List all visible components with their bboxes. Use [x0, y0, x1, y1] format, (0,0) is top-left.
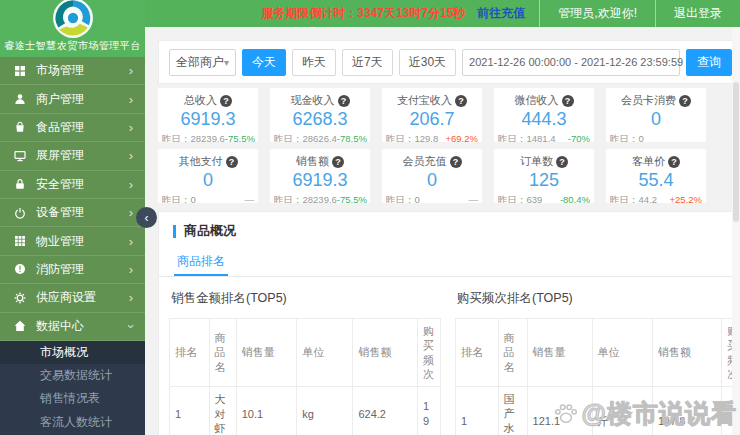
- sidebar-item-property[interactable]: 物业管理: [0, 227, 145, 255]
- stat-card-wechat-income: 微信收入 444.3 昨日：1481.4-70%: [494, 88, 594, 142]
- lock-icon: [14, 178, 26, 190]
- app-logo-icon: [52, 0, 94, 39]
- service-countdown: 服务期限倒计时：3347天13时7分15秒: [261, 5, 465, 22]
- sidebar-item-screen[interactable]: 展屏管理: [0, 142, 145, 170]
- chevron-right-icon: [129, 178, 133, 191]
- help-icon[interactable]: [562, 95, 574, 107]
- stat-card-other-payment: 其他支付 0 昨日：0—: [158, 149, 258, 203]
- stat-card-member-recharge: 会员充值 0 昨日：0—: [382, 149, 482, 203]
- help-icon[interactable]: [338, 95, 350, 107]
- stat-card-membercard-spend: 会员卡消费 0 昨日：0: [606, 88, 706, 142]
- sidebar-item-merchant[interactable]: 商户管理: [0, 85, 145, 113]
- table-header-row: 排名 商品名 销售量 单位 销售额 购买频次: [456, 319, 740, 387]
- help-icon[interactable]: [220, 95, 232, 107]
- help-icon[interactable]: [226, 156, 238, 168]
- scrollbar-thumb[interactable]: [733, 82, 739, 222]
- query-button[interactable]: 查询: [686, 49, 732, 76]
- sidebar-item-food[interactable]: 食品管理: [0, 114, 145, 142]
- screen-icon: [14, 150, 26, 162]
- sidebar: 睿途士智慧农贸市场管理平台 市场管理 商户管理 食品管理 展屏管理 安全管理 设…: [0, 0, 145, 435]
- date-range-input[interactable]: 2021-12-26 00:00:00 - 2021-12-26 23:59:5…: [462, 49, 680, 76]
- logout-button[interactable]: 退出登录: [656, 0, 740, 27]
- bag-icon: [14, 121, 26, 133]
- purchase-frequency-ranking-table: 排名 商品名 销售量 单位 销售额 购买频次 1 国产水果 121.1: [455, 318, 740, 435]
- recharge-link[interactable]: 前往充值: [477, 5, 525, 22]
- chevron-right-icon: [129, 149, 133, 162]
- power-icon: [14, 207, 26, 219]
- sidebar-subitem-transaction-stats[interactable]: 交易数据统计: [0, 364, 145, 387]
- sidebar-item-fire[interactable]: 消防管理: [0, 256, 145, 284]
- panel-title: 购买频次排名(TOP5): [457, 290, 740, 307]
- stat-card-sales-amount: 销售额 6919.3 昨日：28239.6-75.5%: [270, 149, 370, 203]
- brand: 睿途士智慧农贸市场管理平台: [0, 0, 145, 57]
- sidebar-subitem-sales-report[interactable]: 销售情况表: [0, 387, 145, 410]
- stat-card-cash-income: 现金收入 6268.3 昨日：28626.4-78.5%: [270, 88, 370, 142]
- stat-card-alipay-income: 支付宝收入 206.7 昨日：129.8+69.2%: [382, 88, 482, 142]
- table-row: 1 国产水果 121.1 斤 147.8 32: [456, 387, 740, 435]
- sidebar-subitem-visitor-stats[interactable]: 客流人数统计: [0, 410, 145, 433]
- range-7days-button[interactable]: 近7天: [342, 49, 393, 76]
- alert-circle-icon: [14, 263, 26, 275]
- section-header: 商品概况: [159, 212, 740, 248]
- help-icon[interactable]: [556, 156, 568, 168]
- chevron-right-icon: [129, 291, 133, 304]
- chevron-down-icon: [224, 57, 229, 68]
- stat-card-avg-order-value: 客单价 55.4 昨日：44.2+25.2%: [606, 149, 706, 203]
- sidebar-subitem-market-overview[interactable]: 市场概况: [0, 341, 145, 364]
- sidebar-nav: 市场管理 商户管理 食品管理 展屏管理 安全管理 设备管理 物业管理 消防管理: [0, 57, 145, 341]
- sidebar-item-datacenter[interactable]: 数据中心: [0, 313, 145, 341]
- main-content: 全部商户 今天 昨天 近7天 近30天 2021-12-26 00:00:00 …: [145, 27, 740, 435]
- tab-goods-ranking[interactable]: 商品排名: [174, 248, 228, 276]
- chevron-right-icon: [129, 235, 133, 248]
- sidebar-item-supplier[interactable]: 供应商设置: [0, 284, 145, 312]
- gear-icon: [14, 292, 26, 304]
- chevron-right-icon: [129, 93, 133, 106]
- help-icon[interactable]: [455, 95, 467, 107]
- section-accent-bar: [173, 225, 176, 238]
- help-icon[interactable]: [450, 156, 462, 168]
- welcome-text: 管理员,欢迎你!: [540, 0, 655, 27]
- stat-card-total-income: 总收入 6919.3 昨日：28239.6-75.5%: [158, 88, 258, 142]
- range-today-button[interactable]: 今天: [242, 49, 286, 76]
- grid-icon: [14, 65, 26, 77]
- sidebar-submenu: 市场概况 交易数据统计 销售情况表 客流人数统计: [0, 341, 145, 435]
- sales-amount-ranking-table: 排名 商品名 销售量 单位 销售额 购买频次 1 大对虾 10.1: [169, 318, 441, 435]
- filter-bar: 全部商户 今天 昨天 近7天 近30天 2021-12-26 00:00:00 …: [158, 40, 740, 84]
- chevron-down-icon: [124, 324, 137, 328]
- table-header-row: 排名 商品名 销售量 单位 销售额 购买频次: [170, 319, 441, 387]
- help-icon[interactable]: [679, 95, 691, 107]
- ranking-panels: 销售金额排名(TOP5) 排名 商品名 销售量 单位 销售额 购买频次: [159, 277, 740, 435]
- help-icon[interactable]: [668, 156, 680, 168]
- chevron-right-icon: [129, 263, 133, 276]
- range-30days-button[interactable]: 近30天: [399, 49, 456, 76]
- goods-tabs: 商品排名: [159, 248, 740, 277]
- section-title: 商品概况: [184, 222, 236, 240]
- table-row: 1 大对虾 10.1 kg 624.2 19: [170, 387, 441, 435]
- help-icon[interactable]: [332, 156, 344, 168]
- sidebar-collapse-toggle[interactable]: [136, 207, 157, 228]
- chevron-right-icon: [129, 121, 133, 134]
- sidebar-item-device[interactable]: 设备管理: [0, 199, 145, 227]
- stats-grid: 总收入 6919.3 昨日：28239.6-75.5% 现金收入 6268.3 …: [158, 88, 740, 203]
- panel-title: 销售金额排名(TOP5): [171, 290, 441, 307]
- sidebar-item-market[interactable]: 市场管理: [0, 57, 145, 85]
- brand-name: 睿途士智慧农贸市场管理平台: [0, 39, 145, 53]
- home-icon: [14, 320, 26, 332]
- grid-icon: [14, 235, 26, 247]
- stat-card-order-count: 订单数 125 昨日：639-80.4%: [494, 149, 594, 203]
- chevron-right-icon: [129, 64, 133, 77]
- sidebar-item-security[interactable]: 安全管理: [0, 171, 145, 199]
- goods-overview-section: 商品概况 商品排名 销售金额排名(TOP5) 排名 商品名 销售量 单位 销售额: [158, 211, 740, 435]
- sales-amount-ranking-panel: 销售金额排名(TOP5) 排名 商品名 销售量 单位 销售额 购买频次: [169, 290, 441, 435]
- merchant-select[interactable]: 全部商户: [169, 49, 236, 76]
- vertical-scrollbar[interactable]: [732, 27, 740, 435]
- user-icon: [14, 93, 26, 105]
- chevron-right-icon: [129, 206, 133, 219]
- purchase-frequency-ranking-panel: 购买频次排名(TOP5) 排名 商品名 销售量 单位 销售额 购买频次: [455, 290, 740, 435]
- range-yesterday-button[interactable]: 昨天: [292, 49, 336, 76]
